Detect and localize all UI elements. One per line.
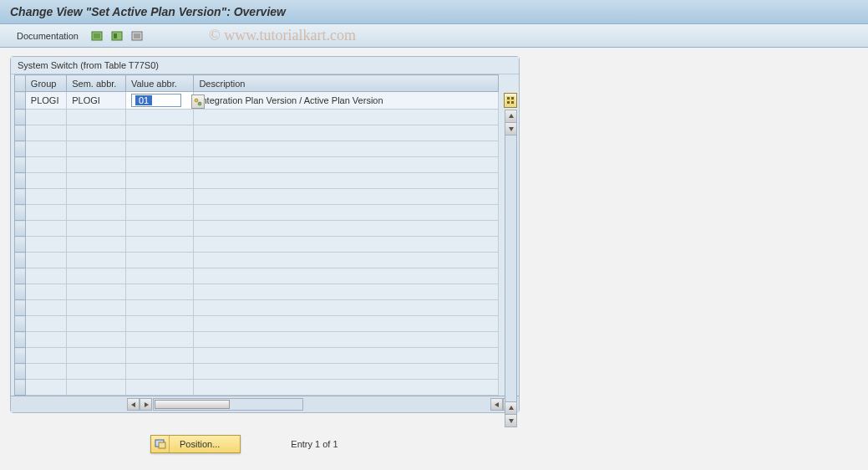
- panel-title: System Switch (from Table T77S0): [11, 57, 519, 74]
- hscroll-track[interactable]: [153, 398, 303, 411]
- scroll-up-icon[interactable]: [505, 110, 516, 123]
- svg-rect-11: [507, 97, 510, 100]
- table-row: [15, 348, 499, 364]
- cell-sem: PLOGI: [67, 92, 126, 110]
- value-help-button[interactable]: [191, 95, 205, 109]
- table-row: [15, 173, 499, 189]
- table-row: [15, 189, 499, 205]
- table-settings-button[interactable]: [504, 93, 517, 108]
- table-row: [15, 268, 499, 284]
- toolbar-icon-2[interactable]: [109, 28, 125, 44]
- cell-group: PLOGI: [25, 92, 66, 110]
- col-header-val[interactable]: Value abbr.: [125, 75, 193, 92]
- svg-marker-21: [509, 419, 514, 423]
- table-row: [15, 125, 499, 141]
- table-row: [15, 157, 499, 173]
- vertical-scrollbar[interactable]: [505, 110, 517, 427]
- table-row: [15, 364, 499, 380]
- position-icon: [151, 436, 170, 452]
- position-button-label: Position...: [170, 439, 240, 449]
- table-row: [15, 110, 499, 125]
- cell-desc: Integration Plan Version / Active Plan V…: [194, 92, 499, 110]
- svg-marker-18: [509, 114, 514, 118]
- scroll-down-icon[interactable]: [505, 123, 516, 135]
- svg-rect-27: [159, 442, 165, 448]
- svg-rect-12: [511, 97, 514, 100]
- cell-val[interactable]: 01: [125, 92, 193, 110]
- svg-rect-5: [114, 33, 117, 38]
- table-row: [15, 316, 499, 332]
- hscroll-thumb[interactable]: [155, 400, 230, 409]
- toolbar: Documentation: [0, 24, 868, 48]
- svg-marker-20: [509, 406, 514, 410]
- documentation-button[interactable]: Documentation: [10, 29, 85, 43]
- table-row: [15, 253, 499, 268]
- table-row: [15, 141, 499, 157]
- table-row: [15, 300, 499, 316]
- table-row[interactable]: PLOGI PLOGI 01 Integration Plan Version …: [15, 92, 499, 110]
- svg-marker-23: [145, 402, 149, 407]
- table-row: [15, 205, 499, 221]
- col-header-sem[interactable]: Sem. abbr.: [67, 75, 126, 92]
- table-row: [15, 237, 499, 253]
- table-row: [15, 380, 499, 396]
- table-row: [15, 332, 499, 348]
- row-selector-header[interactable]: [15, 75, 26, 92]
- table-row: [15, 221, 499, 237]
- scroll-up2-icon[interactable]: [505, 401, 516, 414]
- table-header-row: Group Sem. abbr. Value abbr. Description: [15, 75, 499, 92]
- position-button[interactable]: Position...: [150, 435, 241, 453]
- value-input[interactable]: 01: [131, 94, 181, 107]
- svg-rect-14: [511, 101, 514, 104]
- page-title: Change View "Set Active Plan Version": O…: [10, 5, 858, 18]
- table-row: [15, 284, 499, 300]
- svg-rect-13: [507, 101, 510, 104]
- col-header-group[interactable]: Group: [25, 75, 66, 92]
- horizontal-scrollbar: [11, 396, 519, 412]
- entry-count-text: Entry 1 of 1: [291, 439, 338, 449]
- hscroll-right-start-icon[interactable]: [140, 398, 152, 411]
- row-selector[interactable]: [15, 92, 26, 110]
- scroll-down2-icon[interactable]: [505, 414, 516, 427]
- svg-marker-19: [509, 127, 514, 131]
- col-header-desc[interactable]: Description: [194, 75, 499, 92]
- system-switch-panel: System Switch (from Table T77S0) Group S…: [10, 56, 520, 413]
- svg-marker-22: [131, 402, 135, 407]
- svg-marker-24: [495, 402, 499, 407]
- toolbar-icon-1[interactable]: [89, 28, 105, 44]
- svg-point-17: [198, 102, 201, 105]
- bottom-bar: Position... Entry 1 of 1: [0, 421, 868, 453]
- data-table: Group Sem. abbr. Value abbr. Description…: [14, 74, 499, 396]
- svg-point-16: [195, 99, 198, 102]
- hscroll-left-start-icon[interactable]: [127, 398, 140, 411]
- hscroll-left-end-icon[interactable]: [490, 398, 503, 411]
- title-bar: Change View "Set Active Plan Version": O…: [0, 0, 868, 24]
- toolbar-icon-3[interactable]: [129, 28, 145, 44]
